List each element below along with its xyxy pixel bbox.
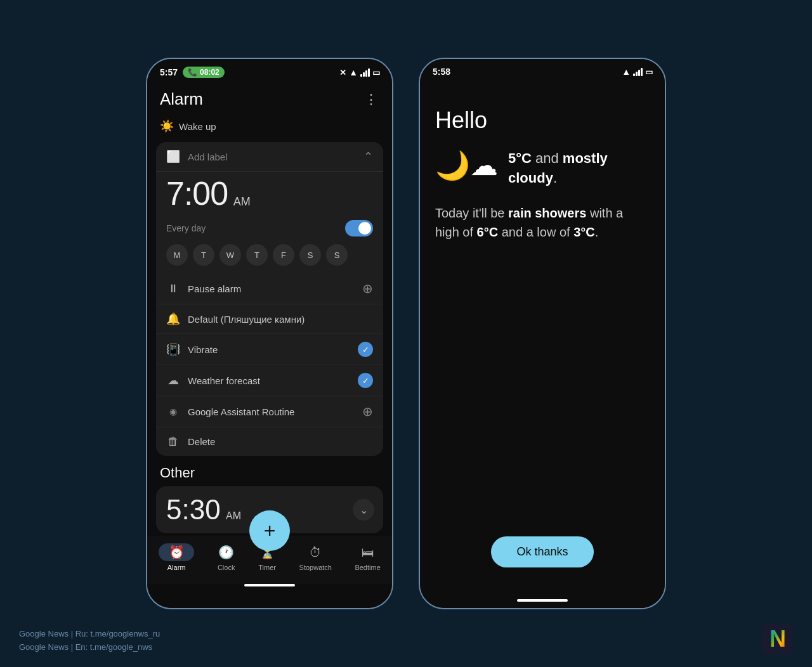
alarm-group-label: ☀️ Wake up	[147, 114, 392, 138]
watermark-line1: Google News | Ru: t.me/googlenws_ru	[19, 628, 160, 641]
add-label-row[interactable]: ⬜ Add label	[156, 142, 383, 172]
chevron-up-icon[interactable]	[363, 150, 373, 164]
add-label-text: Add label	[188, 152, 228, 162]
vibrate-check[interactable]	[358, 342, 373, 357]
weather-info-row: 🌙☁ 5°C and mostly cloudy.	[435, 149, 650, 188]
call-badge: 📞 08:02	[183, 67, 225, 78]
call-time: 08:02	[200, 68, 219, 77]
battery-icon-right: ▭	[645, 67, 652, 77]
pause-alarm-text: Pause alarm	[188, 283, 241, 294]
forecast-text: Today it'll be rain showers with a high …	[435, 204, 650, 242]
days-row: M T W T F S S	[156, 242, 383, 273]
left-phone: 5:57 📞 08:02 ✕ ▲ ▭ Alarm	[146, 58, 393, 609]
assistant-plus-icon[interactable]: ⊕	[362, 404, 373, 419]
weather-row[interactable]: ☁ Weather forecast	[156, 365, 383, 396]
status-left: 5:57 📞 08:02	[160, 67, 225, 78]
menu-dots-button[interactable]: ⋮	[364, 91, 379, 108]
assistant-row[interactable]: ◉ Google Assistant Routine ⊕	[156, 396, 383, 427]
bedtime-nav-label: Bedtime	[355, 564, 380, 571]
vibrate-icon: 📳	[166, 342, 180, 356]
watermark-line2: Google News | En: t.me/google_nws	[19, 641, 160, 654]
alarm-time-row[interactable]: 7:00 AM	[156, 172, 383, 217]
google-n-logo: N	[763, 624, 793, 654]
repeat-label: Every day	[166, 223, 206, 233]
vibrate-text: Vibrate	[188, 344, 218, 355]
day-S2[interactable]: S	[326, 244, 348, 266]
phone-icon: 📞	[188, 68, 197, 77]
day-S1[interactable]: S	[299, 244, 321, 266]
day-M[interactable]: M	[166, 244, 188, 266]
status-right-right: ▲ ▭	[622, 67, 652, 77]
right-screen: 5:58 ▲ ▭ Hello 🌙☁ 5°C and mostly cloudy.	[420, 59, 665, 608]
ringtone-row[interactable]: 🔔 Default (Пляшущие камни)	[156, 304, 383, 334]
alarm-time-display: 7:00	[166, 175, 228, 212]
alarm-card: ⬜ Add label 7:00 AM Every day M	[156, 142, 383, 456]
delete-text: Delete	[188, 436, 215, 447]
pause-plus-icon[interactable]: ⊕	[362, 281, 373, 296]
add-alarm-fab[interactable]: +	[249, 510, 290, 551]
bell-icon: 🔔	[166, 312, 180, 326]
alarm-nav-icon: ⏰	[159, 543, 194, 561]
no-sim-icon: ✕	[339, 68, 346, 77]
pause-icon: ⏸	[166, 282, 180, 295]
hello-content: Hello 🌙☁ 5°C and mostly cloudy. Today it…	[420, 82, 665, 599]
pause-alarm-row[interactable]: ⏸ Pause alarm ⊕	[156, 273, 383, 304]
day-T2[interactable]: T	[246, 244, 268, 266]
status-right-left: ✕ ▲ ▭	[339, 67, 379, 77]
nav-item-bedtime[interactable]: 🛏 Bedtime	[350, 541, 385, 574]
weather-check[interactable]	[358, 373, 373, 388]
battery-icon-left: ▭	[372, 68, 379, 77]
other-time-ampm: AM	[226, 510, 241, 521]
status-bar-right: 5:58 ▲ ▭	[420, 59, 665, 82]
day-F[interactable]: F	[273, 244, 294, 266]
weather-text: Weather forecast	[188, 375, 260, 386]
status-time-right: 5:58	[433, 67, 450, 77]
stopwatch-nav-label: Stopwatch	[299, 564, 332, 571]
clock-nav-label: Clock	[218, 564, 235, 571]
ringtone-text: Default (Пляшущие камни)	[188, 314, 304, 325]
hello-title: Hello	[435, 107, 650, 134]
forecast-condition: rain showers	[508, 206, 586, 220]
tag-icon: ⬜	[166, 150, 180, 164]
timer-nav-label: Timer	[258, 564, 276, 571]
trash-icon: 🗑	[166, 435, 180, 448]
forecast-high: 6°C	[477, 225, 499, 239]
nav-item-clock[interactable]: 🕐 Clock	[213, 541, 240, 574]
assistant-icon: ◉	[166, 406, 180, 417]
left-screen: 5:57 📞 08:02 ✕ ▲ ▭ Alarm	[147, 59, 392, 608]
assistant-text: Google Assistant Routine	[188, 406, 294, 417]
chevron-down-button[interactable]: ⌄	[353, 499, 374, 521]
weather-cloud-icon: 🌙☁	[435, 149, 498, 182]
clock-nav-icon: 🕐	[218, 543, 235, 561]
day-W[interactable]: W	[219, 244, 241, 266]
status-bar-left: 5:57 📞 08:02 ✕ ▲ ▭	[147, 59, 392, 83]
nav-item-alarm[interactable]: ⏰ Alarm	[154, 541, 199, 574]
app-title: Alarm	[160, 89, 203, 109]
nav-item-stopwatch[interactable]: ⏱ Stopwatch	[294, 541, 337, 574]
svg-text:N: N	[769, 626, 786, 652]
stopwatch-nav-icon: ⏱	[306, 543, 324, 561]
bedtime-nav-icon: 🛏	[359, 543, 377, 561]
other-group-label: Other	[147, 460, 392, 484]
status-time-left: 5:57	[160, 67, 178, 77]
signal-bars-left	[360, 68, 370, 77]
weather-temp: 5°C	[508, 150, 532, 166]
delete-row[interactable]: 🗑 Delete	[156, 427, 383, 456]
home-indicator-right	[517, 599, 568, 602]
other-time-display: 5:30	[166, 494, 221, 525]
vibrate-row[interactable]: 📳 Vibrate	[156, 334, 383, 365]
sun-icon: ☀️	[160, 119, 174, 133]
repeat-toggle-row: Every day	[156, 217, 383, 242]
weather-description: 5°C and mostly cloudy.	[508, 149, 650, 188]
repeat-toggle[interactable]	[345, 220, 373, 236]
ok-thanks-button[interactable]: Ok thanks	[491, 536, 593, 567]
fab-plus-icon: +	[264, 519, 276, 543]
wifi-icon-right: ▲	[622, 67, 631, 77]
forecast-low: 3°C	[573, 225, 595, 239]
watermark: Google News | Ru: t.me/googlenws_ru Goog…	[19, 628, 160, 654]
signal-bars-right	[633, 67, 643, 76]
alarm-nav-label: Alarm	[167, 564, 186, 571]
alarm-group-text: Wake up	[179, 121, 216, 132]
day-T1[interactable]: T	[193, 244, 214, 266]
alarm-time-ampm: AM	[233, 195, 251, 208]
